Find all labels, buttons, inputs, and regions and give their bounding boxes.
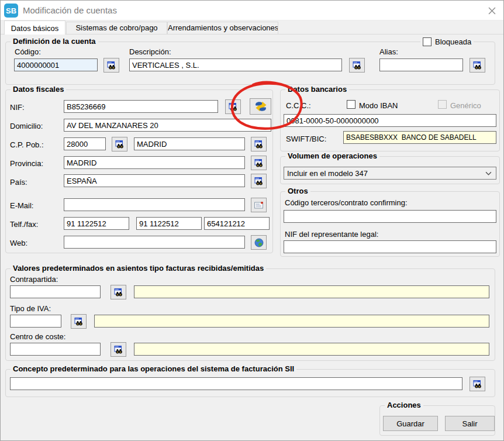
modo-iban-label: Modo IBAN: [359, 101, 398, 110]
domicilio-input[interactable]: [64, 119, 271, 132]
movil-input[interactable]: [204, 217, 270, 230]
provincia-search-button[interactable]: [251, 156, 267, 170]
poblacion-search-button[interactable]: [251, 137, 267, 151]
concepto-sii-search-button[interactable]: [470, 377, 485, 391]
centro-coste-input[interactable]: [10, 343, 101, 356]
ccc-label: C.C.C.:: [286, 101, 311, 110]
modo-iban-checkbox[interactable]: [347, 100, 355, 109]
web-input[interactable]: [64, 236, 245, 249]
poblacion-input[interactable]: [134, 137, 245, 150]
globe-icon: [254, 238, 264, 247]
bloqueada-checkbox[interactable]: [423, 37, 431, 46]
salir-button[interactable]: Salir: [445, 416, 495, 431]
tab-datos-basicos[interactable]: Datos básicos: [4, 20, 65, 35]
chevron-down-icon: [485, 171, 492, 175]
codigo-label: Código:: [15, 47, 41, 56]
swift-bic-input[interactable]: [343, 131, 496, 144]
nif-input[interactable]: [64, 100, 218, 113]
domicilio-label: Domicilio:: [10, 122, 43, 130]
email-label: E-Mail:: [10, 201, 33, 210]
telf-fax-label: Telf./fax:: [10, 220, 38, 229]
telefono2-input[interactable]: [136, 217, 202, 230]
pais-search-button[interactable]: [251, 174, 267, 188]
group-volumen-legend: Volumen de operaciones: [285, 151, 379, 160]
group-valores-legend: Valores predeterminados en asientos tipo…: [11, 264, 266, 273]
app-logo-icon: SB: [4, 4, 18, 18]
tipo-iva-search-button[interactable]: [71, 314, 87, 329]
generico-label: Genérico: [450, 101, 481, 110]
bloqueada-label: Bloqueada: [435, 37, 471, 46]
descripcion-label: Descripción:: [129, 47, 171, 56]
swift-bic-label: SWIFT/BIC:: [286, 135, 326, 143]
concepto-sii-input[interactable]: [10, 377, 462, 390]
tab-arrendamientos-observaciones[interactable]: Arrendamientos y observaciones: [167, 22, 278, 35]
title-bar: SB Modificación de cuentas: [1, 1, 503, 20]
send-email-button[interactable]: [251, 198, 267, 212]
binoculars-icon: [254, 140, 264, 149]
alias-search-button[interactable]: [470, 58, 485, 73]
group-fiscales-legend: Datos fiscales: [11, 85, 66, 94]
contrapartida-label: Contrapartida:: [10, 275, 58, 284]
binoculars-icon: [74, 317, 84, 326]
tab-sistemas-cobro-pago[interactable]: Sistemas de cobro/pago: [66, 22, 167, 35]
binoculars-icon: [107, 61, 116, 70]
contrapartida-input[interactable]: [10, 285, 101, 298]
codigo-input[interactable]: [14, 58, 98, 71]
provincia-label: Provincia:: [10, 159, 43, 168]
binoculars-icon: [254, 177, 264, 186]
window-title: Modificación de cuentas: [23, 5, 117, 15]
codigo-terceros-label: Código terceros/contrato confirming:: [285, 198, 408, 207]
binoculars-icon: [473, 380, 482, 389]
contrapartida-search-button[interactable]: [111, 285, 126, 299]
group-definicion-legend: Definición de la cuenta: [11, 37, 98, 46]
nif-search-button[interactable]: [225, 99, 241, 114]
tipo-iva-desc-field: [94, 315, 489, 328]
cp-search-button[interactable]: [112, 137, 127, 151]
cp-pob-label: C.P. Pob.:: [10, 140, 44, 149]
binoculars-icon: [115, 140, 125, 149]
nif-label: NIF:: [10, 103, 25, 112]
volumen-selected-value: Incluir en el modelo 347: [287, 169, 368, 178]
group-otros-legend: Otros: [285, 187, 310, 195]
group-acciones-legend: Acciones: [385, 401, 423, 409]
centro-coste-label: Centro de coste:: [10, 332, 65, 341]
binoculars-icon: [254, 159, 264, 168]
binoculars-icon: [114, 288, 123, 297]
centro-coste-desc-field: [134, 343, 489, 356]
alias-label: Alias:: [379, 47, 398, 56]
close-icon: [488, 7, 496, 15]
nif-representante-label: NIF del representante legal:: [285, 230, 378, 239]
nif-representante-input[interactable]: [284, 240, 496, 253]
alias-input[interactable]: [379, 58, 463, 71]
group-bancarios-legend: Datos bancarios: [285, 85, 349, 94]
envelope-icon: [254, 202, 264, 209]
dialog-modificacion-de-cuentas: SB Modificación de cuentas Datos básicos…: [0, 0, 504, 441]
binoculars-icon: [229, 102, 238, 112]
ccc-input[interactable]: [284, 114, 496, 127]
pais-input[interactable]: [64, 174, 245, 187]
descripcion-search-button[interactable]: [349, 58, 365, 73]
telefono1-input[interactable]: [64, 217, 129, 230]
cp-input[interactable]: [64, 137, 106, 150]
open-web-button[interactable]: [251, 235, 267, 250]
contrapartida-desc-field: [134, 285, 489, 298]
binoculars-icon: [114, 345, 123, 354]
aeat-logo-icon: [254, 101, 267, 112]
nif-validate-aeat-button[interactable]: [250, 98, 271, 115]
guardar-button[interactable]: Guardar: [383, 416, 438, 431]
bloqueada-checkbox-row: Bloqueada: [420, 37, 474, 46]
group-sii-legend: Concepto predeterminado para las operaci…: [11, 364, 296, 373]
close-button[interactable]: [485, 5, 498, 16]
descripcion-input[interactable]: [129, 58, 342, 71]
email-input[interactable]: [64, 198, 245, 211]
codigo-terceros-input[interactable]: [284, 210, 496, 223]
tipo-iva-input[interactable]: [10, 315, 61, 328]
provincia-input[interactable]: [64, 156, 245, 169]
binoculars-icon: [353, 61, 362, 70]
codigo-search-button[interactable]: [103, 58, 119, 73]
binoculars-icon: [473, 61, 482, 70]
volumen-operaciones-select[interactable]: Incluir en el modelo 347: [284, 167, 496, 180]
pais-label: País:: [10, 178, 27, 187]
tipo-iva-label: Tipo de IVA:: [10, 304, 51, 313]
centro-coste-search-button[interactable]: [111, 342, 126, 357]
